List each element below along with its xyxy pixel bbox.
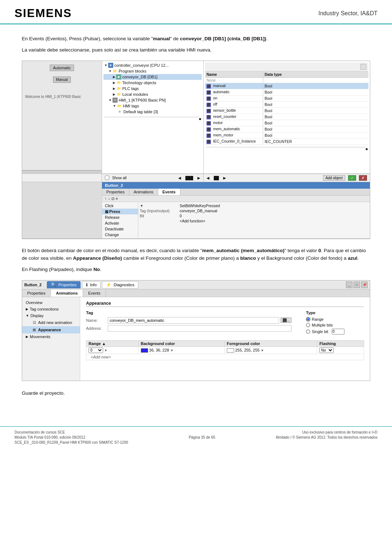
tag-row-reset[interactable]: ⬛ reset_counter Bool [205, 114, 368, 120]
filter-icon[interactable] [360, 64, 366, 70]
header: SIEMENS Industry Sector, IA&DT [0, 0, 392, 24]
tree-item-program-blocks[interactable]: ▼ 📁 Program blocks [103, 68, 202, 74]
tag-row-on[interactable]: ⬛ on Bool [205, 95, 368, 102]
hmi-icon: H [113, 98, 118, 103]
scroll-right-btn[interactable]: ▶ [197, 176, 200, 180]
pin-btn[interactable]: 📌 [361, 282, 368, 288]
props-tab-diagnostics[interactable]: ⚡ Diagnostics [102, 281, 138, 288]
para3-end: . [357, 255, 359, 261]
event-click[interactable]: Click [102, 203, 138, 209]
show-all-checkbox[interactable] [105, 176, 109, 180]
manual-button[interactable]: Manual [53, 77, 71, 83]
tag-row-motor[interactable]: ⬛ motor Bool [205, 120, 368, 126]
move-down-icon[interactable]: ↓ [108, 197, 110, 201]
restore-btn[interactable]: □ [354, 282, 360, 288]
add-new-label[interactable]: <Add new> [89, 354, 113, 360]
bgcolor-dropdown-icon[interactable]: ▼ [170, 349, 173, 352]
tag-row-off[interactable]: ⬛ off Bool [205, 102, 368, 108]
add-object-button[interactable]: Add object [323, 175, 345, 181]
tab-events[interactable]: Events [158, 189, 180, 195]
tree-item-default-tag[interactable]: ≡ Default tag table [3] [103, 109, 202, 115]
tag-name-input[interactable] [108, 317, 279, 324]
event-press[interactable]: 🖼 Press [102, 209, 138, 214]
bg-color-swatch[interactable] [141, 348, 148, 353]
tree-item-controller[interactable]: ▼ ■ controller_conveyor [CPU 12... [103, 62, 202, 68]
move-up-icon[interactable]: ↑ [105, 197, 107, 201]
radio-range[interactable] [306, 317, 310, 321]
tag-row-mem-motor[interactable]: ⬛ mem_motor Bool [205, 132, 368, 139]
properties-icon: 🔍 [51, 282, 56, 287]
tag-name-on: ⬛ on [205, 95, 263, 101]
minimize-btn[interactable]: _ [346, 282, 352, 288]
sidebar-appearance[interactable]: ▤ Appearance [22, 326, 80, 333]
cpu-icon: ■ [108, 63, 113, 68]
tab-animations[interactable]: Animations [129, 189, 158, 195]
tag-icon: ⬛ [207, 90, 211, 95]
sub-tab-events[interactable]: Events [83, 290, 106, 297]
sidebar-add-animation[interactable]: 🖼 Add new animation [22, 319, 80, 326]
event-activate[interactable]: Activate [102, 220, 138, 226]
col-name-header: Name [205, 71, 263, 77]
confirm-button[interactable]: ✓ [348, 175, 356, 181]
table-row[interactable]: 0 ▼ 36, 36, 228 ▼ 255, 25 [86, 346, 364, 354]
event-deactivate[interactable]: Deactivate [102, 226, 138, 232]
sidebar-display[interactable]: ▼ Display [22, 312, 80, 319]
tag-browse-button[interactable]: ⬛... [281, 317, 291, 323]
sidebar-overview[interactable]: Overview [22, 299, 80, 306]
para3-text2: " tenga el valor [285, 248, 318, 253]
sub-tab-properties[interactable]: Properties [22, 290, 51, 297]
list-icon[interactable]: ≡ [116, 197, 118, 201]
tag-row-none[interactable]: None [205, 78, 368, 83]
props-tab-info[interactable]: ℹ Info [82, 281, 101, 288]
footer-left: Documentación de cursos SCE Módulo TIA P… [15, 430, 128, 444]
tag-name-none: None [205, 78, 263, 83]
paragraph-3: El botón deberá cambiar de color en el m… [22, 247, 370, 262]
automatic-button[interactable]: Automatic [50, 65, 74, 71]
events-section: Click 🖼 Press Release Activate Deactivat… [102, 202, 370, 238]
sidebar-tag-connections[interactable]: ▶ Tag connections [22, 306, 80, 312]
fgcolor-dropdown-icon[interactable]: ▼ [261, 349, 264, 352]
bgcolor-cell: 36, 36, 228 ▼ [138, 346, 224, 354]
tree-item-hmi-tags[interactable]: ▼ 📁 HMI tags [103, 103, 202, 109]
tree-item-hmi1[interactable]: ▼ H HMI_1 [KTP600 Basic PN] [103, 97, 202, 103]
tag-row-mem-automatic[interactable]: ⬛ mem_automatic Bool [205, 126, 368, 132]
props-tab-properties[interactable]: 🔍 Properties [47, 281, 81, 288]
tree-item-plc-tags[interactable]: ▶ 📁 PLC tags [103, 86, 202, 91]
tree-item-conveyor-db[interactable]: ▶ ■ conveyor_DB [DB1] [103, 74, 202, 80]
sub-tab-animations[interactable]: Animations [51, 290, 83, 297]
tag-row-sensor[interactable]: ⬛ sensor_bottle Bool [205, 108, 368, 114]
animations-sidebar: Overview ▶ Tag connections ▼ Display 🖼 A… [22, 297, 80, 381]
tag-row-manual[interactable]: ⬛ manual Bool [205, 83, 368, 89]
scroll-right-btn2[interactable]: ▶ [223, 176, 226, 180]
function-dropdown-arrow[interactable]: ▼ [140, 204, 180, 208]
add-new-row[interactable]: <Add new> [86, 354, 364, 360]
scroll-left-btn[interactable]: ◀ [178, 176, 181, 180]
radio-single-bit[interactable] [306, 329, 310, 334]
sidebar-movements[interactable]: ▶ Movements [22, 333, 80, 340]
add-function-row[interactable]: <Add function> [140, 219, 368, 223]
event-release[interactable]: Release [102, 214, 138, 220]
tree-item-local-modules[interactable]: ▶ 📁 Local modules [103, 91, 202, 97]
scroll-bar-middle2: ██ [212, 176, 220, 180]
expand-arrow: ▶ [113, 93, 115, 96]
tree-item-tech-objects[interactable]: ▶ 📁 Technology objects [103, 80, 202, 86]
single-bit-value-input[interactable] [332, 329, 344, 335]
range-select[interactable]: 0 [89, 348, 103, 353]
tag-row-automatic[interactable]: ⬛ automatic Bool [205, 89, 368, 95]
scroll-left-btn2[interactable]: ◀ [207, 176, 209, 180]
footer-page-number: Página 35 de 65 [189, 435, 215, 439]
flashing-select[interactable]: No Yes [319, 348, 334, 353]
copy-icon[interactable]: ⊡ [111, 197, 114, 201]
db-icon: ■ [116, 74, 121, 79]
cancel-button[interactable]: ✗ [359, 175, 367, 181]
flashing-cell: No Yes [317, 346, 364, 354]
add-function-label[interactable]: <Add function> [180, 219, 205, 223]
tag-row-iec-counter[interactable]: ⬛ IEC_Counter_0_Instance IEC_COUNTER [205, 139, 368, 145]
fg-color-swatch[interactable] [227, 348, 234, 353]
tab-properties[interactable]: Properties [102, 189, 129, 195]
tag-icon: ⬛ [207, 84, 211, 89]
tree-label: Program blocks [119, 69, 146, 73]
radio-multiple-bits[interactable] [306, 323, 310, 327]
event-change[interactable]: Change [102, 232, 138, 238]
tab-toolbar: ↑ ↓ ⊡ ≡ [102, 196, 370, 202]
